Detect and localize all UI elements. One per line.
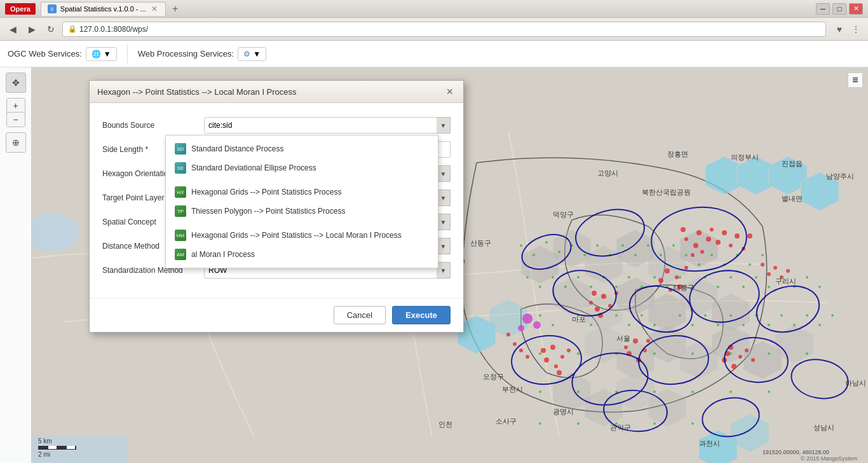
place-label-byeollae: 별내면 bbox=[782, 195, 803, 202]
hexagon-orientation-arrow[interactable]: ▼ bbox=[437, 165, 451, 182]
bounds-source-arrow[interactable]: ▼ bbox=[437, 117, 451, 134]
wps-icon: ⚙ bbox=[243, 50, 250, 59]
dialog-close-button[interactable]: ✕ bbox=[444, 86, 456, 97]
address-bar[interactable]: 🔒 127.0.0.1:8080/wps/ bbox=[62, 22, 826, 37]
location-tool-button[interactable]: ⊕ bbox=[6, 132, 26, 153]
dialog-footer: Cancel Execute bbox=[90, 298, 463, 332]
svg-point-160 bbox=[729, 352, 732, 355]
menu-item-standard-distance[interactable]: SD Standard Distance Process bbox=[166, 139, 438, 158]
svg-point-51 bbox=[684, 266, 688, 270]
back-button[interactable]: ◀ bbox=[5, 22, 20, 37]
svg-point-102 bbox=[672, 244, 675, 247]
cancel-button[interactable]: Cancel bbox=[334, 306, 386, 324]
svg-point-164 bbox=[577, 390, 580, 393]
svg-point-59 bbox=[589, 301, 593, 305]
place-label-bukhansan: 북한산국립공원 bbox=[642, 188, 691, 196]
active-tab[interactable]: S Spatial Statistics v.1.0.0 - ... ✕ bbox=[41, 2, 166, 16]
menu-item-standard-ellipse[interactable]: SE Standard Deviational Ellipse Process bbox=[166, 158, 438, 177]
svg-point-48 bbox=[665, 268, 670, 273]
distance-method-arrow[interactable]: ▼ bbox=[437, 238, 451, 254]
svg-point-90 bbox=[520, 244, 522, 247]
bounds-source-label: Bounds Source bbox=[102, 121, 204, 130]
svg-point-171 bbox=[577, 422, 580, 425]
layer-control-button[interactable]: ≡ bbox=[848, 73, 863, 88]
svg-point-158 bbox=[653, 352, 656, 355]
svg-point-56 bbox=[595, 307, 600, 312]
svg-point-85 bbox=[761, 263, 764, 266]
browser-titlebar: Opera S Spatial Statistics v.1.0.0 - ...… bbox=[0, 0, 868, 18]
place-label-gwacheon: 과천시 bbox=[699, 439, 720, 447]
svg-point-120 bbox=[653, 276, 656, 279]
minimize-button[interactable]: ─ bbox=[816, 3, 830, 15]
svg-point-82 bbox=[513, 342, 517, 346]
svg-point-127 bbox=[742, 286, 745, 288]
bounds-source-row: Bounds Source cite:sid ▼ bbox=[102, 116, 451, 135]
bookmark-icon[interactable]: ♥ bbox=[832, 22, 846, 36]
svg-point-44 bbox=[681, 227, 686, 232]
standardization-method-arrow[interactable]: ▼ bbox=[437, 262, 451, 279]
zoom-in-button[interactable]: + bbox=[7, 99, 25, 113]
svg-point-79 bbox=[751, 358, 755, 362]
svg-point-62 bbox=[560, 355, 564, 359]
svg-point-89 bbox=[786, 269, 790, 273]
opera-menu-button[interactable]: Opera bbox=[5, 3, 36, 15]
attribution-text: © 2015 MangoSystem bbox=[801, 455, 857, 462]
execute-button[interactable]: Execute bbox=[392, 306, 451, 324]
place-label-uijeongbu: 의정부시 bbox=[731, 153, 759, 161]
settings-icon[interactable]: ⋮ bbox=[849, 22, 863, 36]
pan-tool-button[interactable]: ✥ bbox=[6, 73, 26, 93]
svg-point-50 bbox=[658, 278, 663, 283]
svg-point-73 bbox=[624, 345, 628, 349]
spatial-concept-arrow[interactable]: ▼ bbox=[437, 214, 451, 230]
svg-point-138 bbox=[615, 314, 618, 317]
svg-point-149 bbox=[768, 324, 770, 326]
new-tab-button[interactable]: + bbox=[168, 2, 182, 16]
svg-point-174 bbox=[691, 422, 694, 425]
bounds-source-select[interactable]: cite:sid bbox=[204, 117, 451, 134]
svg-point-38 bbox=[715, 240, 721, 245]
tab-close-button[interactable]: ✕ bbox=[150, 4, 159, 13]
wps-dropdown-button[interactable]: ⚙ ▼ bbox=[238, 47, 266, 61]
svg-point-140 bbox=[641, 314, 643, 317]
svg-point-105 bbox=[710, 254, 713, 256]
close-button[interactable]: ✕ bbox=[849, 3, 863, 15]
hexagonal-moran-icon: HM bbox=[175, 230, 186, 241]
maximize-button[interactable]: □ bbox=[832, 3, 846, 15]
target-point-layer-arrow[interactable]: ▼ bbox=[437, 190, 451, 206]
toolbar-icons: ♥ ⋮ bbox=[832, 22, 863, 36]
standard-ellipse-icon: SE bbox=[175, 162, 186, 174]
svg-point-78 bbox=[731, 364, 736, 369]
svg-point-54 bbox=[601, 294, 606, 299]
wps-dropdown-menu: SD Standard Distance Process SE Standard… bbox=[165, 135, 438, 268]
wps-arrow-icon: ▼ bbox=[253, 50, 261, 59]
svg-point-159 bbox=[691, 352, 694, 355]
svg-point-166 bbox=[653, 390, 656, 393]
svg-point-66 bbox=[567, 349, 571, 352]
svg-point-167 bbox=[691, 390, 694, 393]
scale-bar bbox=[38, 446, 76, 450]
place-label-gwangmyeong: 광명시 bbox=[553, 408, 574, 415]
svg-point-135 bbox=[552, 324, 554, 326]
place-label-incheon: 인천 bbox=[438, 420, 452, 428]
ogc-dropdown-button[interactable]: 🌐 ▼ bbox=[86, 47, 117, 61]
svg-point-41 bbox=[729, 244, 733, 247]
moran-alt-icon: AM bbox=[175, 249, 186, 260]
menu-item-hexagonal-grids[interactable]: HX Hexagonal Grids --> Point Statistics … bbox=[166, 183, 438, 202]
zoom-out-button[interactable]: − bbox=[7, 113, 25, 127]
svg-point-153 bbox=[818, 324, 821, 326]
svg-point-43 bbox=[684, 237, 688, 241]
svg-point-122 bbox=[679, 276, 681, 279]
svg-point-163 bbox=[539, 390, 541, 393]
svg-point-83 bbox=[519, 349, 523, 352]
forward-button[interactable]: ▶ bbox=[24, 22, 39, 37]
svg-point-35 bbox=[706, 237, 711, 242]
reload-button[interactable]: ↻ bbox=[43, 22, 58, 37]
svg-point-71 bbox=[646, 339, 650, 343]
place-label-goyang: 고양시 bbox=[597, 169, 618, 177]
menu-item-thiessen[interactable]: TP Thiessen Polygon --> Point Statistics… bbox=[166, 202, 438, 221]
menu-item-moran-alt[interactable]: AM al Moran I Process bbox=[166, 245, 438, 264]
menu-item-hexagonal-moran[interactable]: HM Hexagonal Grids --> Point Statistics … bbox=[166, 226, 438, 245]
svg-point-100 bbox=[647, 244, 649, 247]
svg-point-37 bbox=[710, 228, 714, 232]
svg-point-168 bbox=[729, 390, 732, 393]
